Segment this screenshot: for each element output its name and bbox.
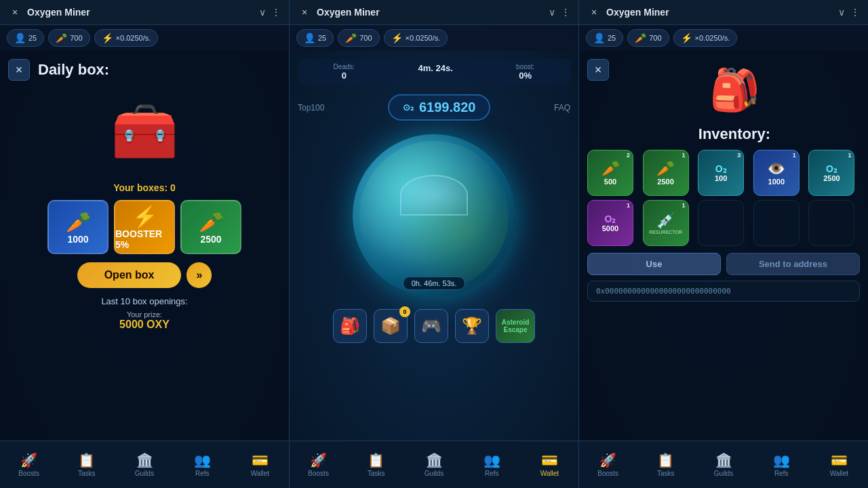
modal-title-1: Daily box: xyxy=(38,61,109,79)
modal-close-1[interactable]: × xyxy=(8,59,30,81)
inv-slot-7[interactable] xyxy=(698,200,744,246)
modal-close-3[interactable]: × xyxy=(587,59,609,81)
slot-badge-5: 1 xyxy=(627,202,630,209)
carrot-icon-1: 🥕 xyxy=(56,33,67,43)
menu-icon-3[interactable]: ⋮ xyxy=(850,7,860,18)
send-to-address-button[interactable]: Send to address xyxy=(726,253,860,275)
nav-boosts-2[interactable]: 🚀 Boosts xyxy=(290,441,347,488)
stat-boost-val-2: ×0.0250/s. xyxy=(406,34,441,42)
slot-badge-0: 2 xyxy=(627,152,630,159)
nav-tasks-2[interactable]: 📋 Tasks xyxy=(347,441,405,488)
faq-btn[interactable]: FAQ xyxy=(554,103,570,113)
wallet-nav-icon-1: 💳 xyxy=(252,452,269,468)
use-button[interactable]: Use xyxy=(587,253,721,275)
boosts-nav-label-2: Boosts xyxy=(308,470,329,477)
nav-wallet-3[interactable]: 💳 Wallet xyxy=(810,441,868,488)
window-close-2[interactable]: × xyxy=(298,5,311,19)
inv-slot-2[interactable]: 3 O₂ 100 xyxy=(698,150,744,196)
nav-boosts-3[interactable]: 🚀 Boosts xyxy=(579,441,637,488)
game-icon-game[interactable]: 🎮 xyxy=(414,309,448,343)
slot-icon-0: 🥕 xyxy=(601,160,620,178)
inv-slot-6[interactable]: 1 💉 RESURECTOR xyxy=(643,200,689,246)
nav-refs-3[interactable]: 👥 Refs xyxy=(753,441,810,488)
chevron-icon-3[interactable]: ∨ xyxy=(838,7,845,18)
reward-1000-carrots: 🥕 1000 xyxy=(47,200,108,254)
window-close-3[interactable]: × xyxy=(587,5,601,19)
bottom-nav-3: 🚀 Boosts 📋 Tasks 🏛️ Guilds 👥 Refs 💳 Wall… xyxy=(579,441,868,488)
window-title-3: Oxygen Miner xyxy=(606,7,838,18)
open-box-row: Open box » xyxy=(8,262,281,288)
carrot-reward-icon-2: 🥕 xyxy=(199,210,224,234)
nav-refs-2[interactable]: 👥 Refs xyxy=(463,441,521,488)
refs-nav-label-1: Refs xyxy=(195,470,210,477)
prize-label: Your prize: xyxy=(8,310,281,319)
chest-image: 🧰 xyxy=(90,87,199,176)
nav-tasks-3[interactable]: 📋 Tasks xyxy=(637,441,694,488)
nav-boosts-1[interactable]: 🚀 Boosts xyxy=(0,441,58,488)
planet-container: 0h. 46m. 53s. xyxy=(290,127,578,304)
stat-players-1: 👤 25 xyxy=(7,29,44,47)
stat-carrots-3: 🥕 700 xyxy=(627,29,669,47)
top100-btn[interactable]: Top100 xyxy=(298,103,324,113)
slot-label-6: RESURECTOR xyxy=(649,230,682,235)
stat-players-3: 👤 25 xyxy=(586,29,623,47)
slot-icon-6: 💉 xyxy=(656,212,675,230)
window-close-1[interactable]: × xyxy=(8,5,22,19)
planet-timer-badge: 0h. 46m. 53s. xyxy=(403,277,466,290)
boost-info: boost: 0% xyxy=(516,63,534,81)
chevron-icon-1[interactable]: ∨ xyxy=(259,7,266,18)
nav-refs-1[interactable]: 👥 Refs xyxy=(174,441,231,488)
nav-guilds-3[interactable]: 🏛️ Guilds xyxy=(694,441,752,488)
skip-button[interactable]: » xyxy=(186,262,212,288)
inv-slot-3[interactable]: 1 👁️ 1000 xyxy=(753,150,800,196)
slot-val-5: 5000 xyxy=(602,224,618,232)
panel-main: × Oxygen Miner ∨ ⋮ 👤 25 🥕 700 ⚡ ×0.0250/… xyxy=(289,0,578,488)
inv-slot-1[interactable]: 1 🥕 2500 xyxy=(643,150,689,196)
carrot-reward-icon-1: 🥕 xyxy=(66,210,91,234)
window-title-1: Oxygen Miner xyxy=(27,7,259,18)
slot-val-3: 1000 xyxy=(768,178,785,186)
chevron-icon-2[interactable]: ∨ xyxy=(549,7,555,18)
modal-header-1: × Daily box: xyxy=(8,59,281,81)
menu-icon-2[interactable]: ⋮ xyxy=(561,7,570,18)
tasks-nav-icon-3: 📋 xyxy=(657,452,674,468)
wallet-nav-label-3: Wallet xyxy=(830,470,848,477)
game-icon-box[interactable]: 📦 0 xyxy=(374,309,408,343)
reward-items: 🥕 1000 ⚡ BOOSTER 5% 🥕 2500 xyxy=(8,200,281,254)
slot-badge-1: 1 xyxy=(682,152,686,159)
boosts-nav-icon-3: 🚀 xyxy=(599,452,616,468)
inv-slot-8[interactable] xyxy=(753,200,800,246)
game-bottom-icons: 🎒 📦 0 🎮 🏆 Asteroid Escape xyxy=(290,309,578,343)
nav-tasks-1[interactable]: 📋 Tasks xyxy=(58,441,115,488)
game-icon-chest[interactable]: 🎒 xyxy=(333,309,367,343)
inv-slot-0[interactable]: 2 🥕 500 xyxy=(587,150,633,196)
reward-booster: ⚡ BOOSTER 5% xyxy=(114,200,175,254)
slot-badge-4: 1 xyxy=(848,152,851,159)
nav-guilds-1[interactable]: 🏛️ Guilds xyxy=(115,441,173,488)
inv-slot-9[interactable] xyxy=(808,200,854,246)
backpack-image: 🎒 xyxy=(701,59,768,120)
stats-bar-2: 👤 25 🥕 700 ⚡ ×0.0250/s. xyxy=(290,25,578,51)
nav-wallet-2[interactable]: 💳 Wallet xyxy=(521,441,578,488)
game-icon-trophy[interactable]: 🏆 xyxy=(455,309,489,343)
stat-players-val-2: 25 xyxy=(318,34,326,42)
refs-nav-label-2: Refs xyxy=(485,470,499,477)
guilds-nav-label-3: Guilds xyxy=(714,470,733,477)
title-bar-1: × Oxygen Miner ∨ ⋮ xyxy=(0,0,289,25)
game-icon-asteroid[interactable]: Asteroid Escape xyxy=(496,309,535,343)
slot-badge-3: 1 xyxy=(793,152,796,159)
timer-value: 4m. 24s. xyxy=(418,63,453,73)
nav-wallet-1[interactable]: 💳 Wallet xyxy=(231,441,289,488)
menu-icon-1[interactable]: ⋮ xyxy=(271,7,281,18)
slot-val-1: 2500 xyxy=(657,178,673,186)
inv-slot-5[interactable]: 1 O₂ 5000 xyxy=(587,200,633,246)
nav-guilds-2[interactable]: 🏛️ Guilds xyxy=(405,441,462,488)
reward-val-2: BOOSTER 5% xyxy=(115,228,174,250)
open-box-button[interactable]: Open box xyxy=(77,262,182,288)
wallet-nav-icon-2: 💳 xyxy=(541,452,558,468)
carrot-icon-3: 🥕 xyxy=(635,33,646,43)
refs-nav-icon-1: 👥 xyxy=(194,452,211,468)
stats-bar-1: 👤 25 🥕 700 ⚡ ×0.0250/s. xyxy=(0,25,289,51)
inv-slot-4[interactable]: 1 O₂ 2500 xyxy=(808,150,854,196)
tasks-nav-icon-1: 📋 xyxy=(78,452,95,468)
